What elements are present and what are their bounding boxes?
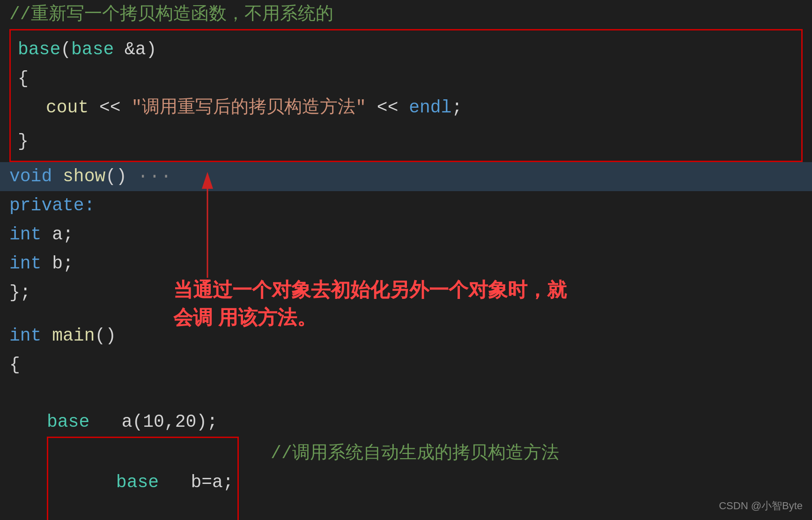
annotation-text: 当通过一个对象去初始化另外一个对象时，就会调 用该方法。 [173, 276, 576, 332]
base-b-copy-line: base b=a; //调用系统自动生成的拷贝构造方法 [0, 437, 812, 520]
blank-line-2 [0, 379, 812, 394]
comment-line: //重新写一个拷贝构造函数，不用系统的 [0, 0, 812, 29]
blank-line-3 [0, 394, 812, 408]
base-b-copy-box: base b=a; [47, 437, 239, 520]
show-method-line: void show() ··· [0, 162, 812, 191]
code-editor: //重新写一个拷贝构造函数，不用系统的 base(base &a) { cout… [0, 0, 812, 520]
base-a-init-line: base a(10,20); [0, 408, 812, 437]
cout-line: cout << "调用重写后的拷贝构造方法" << endl; [18, 93, 794, 127]
int-b-line: int b; [0, 249, 812, 278]
copy-ctor-sig-line: base(base &a) [18, 35, 794, 64]
csdn-watermark: CSDN @小智Byte [719, 499, 803, 513]
int-a-line: int a; [0, 220, 812, 249]
close-brace-line: } [18, 127, 794, 156]
comment-text: //重新写一个拷贝构造函数，不用系统的 [9, 0, 333, 29]
main-open-brace: { [0, 350, 812, 379]
base-class-name: base [18, 35, 60, 64]
open-brace-line: { [18, 64, 794, 93]
copy-constructor-box: base(base &a) { cout << "调用重写后的拷贝构造方法" <… [9, 29, 803, 162]
private-line: private: [0, 191, 812, 220]
